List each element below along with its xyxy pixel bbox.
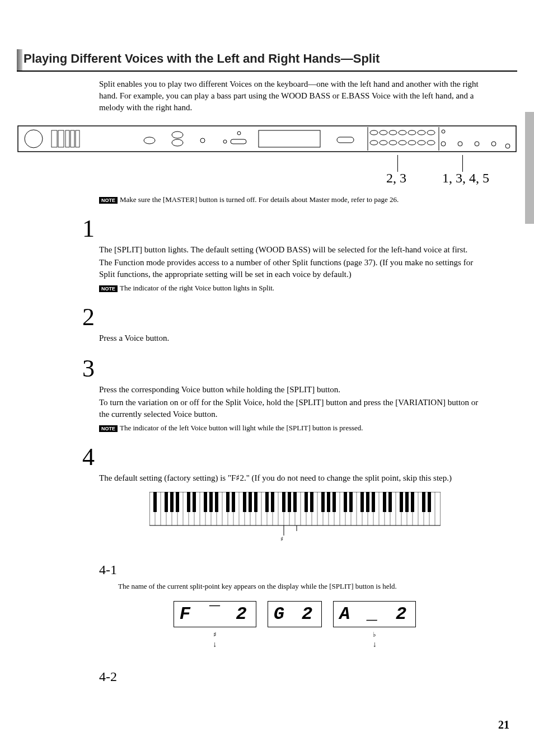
section-title: Playing Different Voices with the Left a… (17, 49, 517, 69)
svg-point-1 (25, 130, 43, 148)
svg-rect-13 (231, 139, 246, 144)
svg-rect-124 (422, 492, 425, 512)
step-1-text-1: The [SPLIT] button lights. The default s… (99, 244, 490, 256)
svg-rect-5 (71, 130, 74, 147)
svg-point-18 (380, 130, 387, 135)
segment-display: A _ 2 (333, 601, 416, 627)
svg-rect-103 (254, 492, 257, 512)
svg-rect-100 (232, 492, 235, 512)
page-number: 21 (498, 719, 509, 731)
svg-rect-0 (18, 126, 516, 152)
svg-rect-15 (337, 137, 354, 143)
step-3-text-1: Press the corresponding Voice button whi… (99, 384, 490, 396)
svg-point-19 (389, 130, 397, 135)
svg-point-12 (223, 140, 227, 143)
svg-point-7 (144, 137, 155, 144)
step-1: 1 The [SPLIT] button lights. The default… (99, 214, 490, 293)
svg-rect-108 (293, 492, 297, 512)
step-2: 2 Press a Voice button. (99, 303, 490, 344)
keyboard-diagram: ♯ (149, 492, 441, 542)
note-icon: NOTE (99, 285, 118, 292)
substep-4-1-text: The name of the current split-point key … (118, 582, 490, 591)
svg-point-10 (200, 138, 205, 143)
svg-rect-107 (288, 492, 291, 512)
svg-rect-125 (428, 492, 431, 512)
display-sub: ♯ (174, 631, 256, 639)
segment-display: F ‾ 2 (174, 601, 256, 627)
svg-rect-96 (204, 492, 207, 512)
intro-paragraph: Split enables you to play two different … (99, 78, 490, 114)
svg-point-17 (370, 130, 378, 135)
svg-point-33 (441, 142, 446, 146)
svg-rect-93 (176, 492, 179, 512)
svg-rect-109 (305, 492, 308, 512)
step-3-note-text: The indicator of the left Voice button w… (120, 424, 363, 432)
svg-point-8 (172, 132, 183, 138)
svg-rect-99 (226, 492, 229, 512)
callout-line (462, 155, 463, 172)
svg-point-35 (475, 142, 479, 146)
svg-rect-113 (332, 492, 336, 512)
section-header: Playing Different Voices with the Left a… (17, 49, 517, 72)
svg-rect-122 (405, 492, 409, 512)
svg-rect-112 (327, 492, 330, 512)
svg-point-11 (237, 132, 241, 135)
note-icon: NOTE (99, 197, 118, 204)
step-1-note: NOTEThe indicator of the right Voice but… (99, 284, 490, 293)
svg-point-25 (380, 140, 387, 145)
display-g-2: G 2 (268, 601, 322, 649)
step-1-text-2: The Function mode provides access to a n… (99, 257, 490, 280)
step-4-text: The default setting (factory setting) is… (99, 472, 490, 484)
control-panel-illustration (17, 125, 517, 153)
svg-text:♯: ♯ (280, 536, 283, 542)
callout-label-right: 1, 3, 4, 5 (442, 171, 489, 186)
svg-point-24 (370, 140, 378, 145)
svg-point-20 (399, 130, 406, 135)
svg-rect-94 (187, 492, 190, 512)
svg-rect-110 (310, 492, 313, 512)
svg-rect-4 (65, 130, 69, 147)
step-3-note: NOTEThe indicator of the left Voice butt… (99, 424, 490, 433)
panel-diagram: 2, 3 1, 3, 4, 5 (17, 125, 517, 189)
svg-rect-3 (58, 130, 64, 147)
step-2-text: Press a Voice button. (99, 332, 490, 344)
svg-rect-104 (265, 492, 269, 512)
svg-point-26 (389, 140, 397, 145)
note-top: NOTEMake sure the [MASTER] button is tur… (99, 195, 490, 204)
svg-rect-97 (209, 492, 213, 512)
svg-point-29 (418, 140, 425, 145)
arrow-down-icon: ↓ (333, 640, 416, 649)
note-icon: NOTE (99, 425, 118, 432)
step-number: 4 (82, 443, 490, 471)
display-sub: ♭ (333, 631, 416, 639)
svg-rect-98 (215, 492, 218, 512)
substep-4-2-number: 4-2 (99, 669, 490, 684)
svg-rect-2 (51, 130, 57, 147)
svg-rect-118 (372, 492, 375, 512)
callout-line (397, 155, 398, 172)
svg-rect-101 (243, 492, 246, 512)
display-a-flat-2: A _ 2 ♭ ↓ (333, 601, 416, 649)
step-3: 3 Press the corresponding Voice button w… (99, 354, 490, 433)
svg-point-34 (458, 142, 462, 146)
svg-rect-92 (170, 492, 174, 512)
svg-rect-117 (366, 492, 369, 512)
arrow-down-icon: ↓ (174, 640, 256, 649)
substep-4-1-number: 4-1 (99, 562, 490, 577)
svg-point-22 (418, 130, 425, 135)
svg-rect-116 (360, 492, 364, 512)
svg-rect-105 (271, 492, 274, 512)
svg-rect-114 (344, 492, 347, 512)
svg-rect-14 (259, 130, 320, 147)
step-number: 2 (82, 303, 490, 331)
svg-point-36 (491, 142, 496, 146)
display-f-sharp-2: F ‾ 2 ♯ ↓ (174, 601, 256, 649)
svg-point-32 (442, 130, 445, 133)
svg-rect-6 (76, 130, 79, 147)
svg-rect-106 (282, 492, 285, 512)
step-3-text-2: To turn the variation on or off for the … (99, 397, 490, 420)
svg-rect-123 (411, 492, 414, 512)
note-top-text: Make sure the [MASTER] button is turned … (120, 195, 399, 204)
step-number: 1 (82, 214, 490, 243)
callout-label-left: 2, 3 (386, 171, 406, 186)
